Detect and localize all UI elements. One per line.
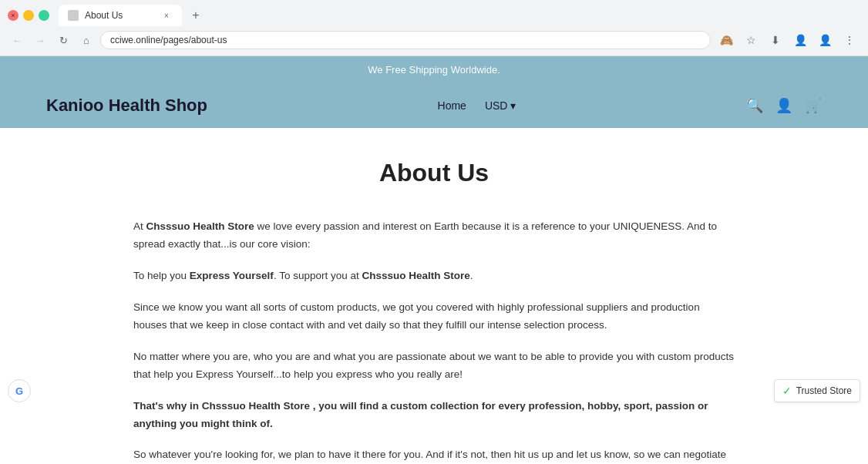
paragraph-4: No matter where you are, who you are and… bbox=[133, 348, 735, 384]
title-bar: × About Us × + bbox=[0, 0, 868, 26]
google-logo: G bbox=[8, 379, 31, 402]
tab-close-button[interactable]: × bbox=[160, 9, 173, 22]
forward-button[interactable]: → bbox=[31, 31, 49, 49]
paragraph-6: So whatever you're looking for, we plan … bbox=[133, 446, 735, 464]
announcement-bar: We Free Shipping Worldwide. bbox=[0, 56, 868, 83]
announcement-text: We Free Shipping Worldwide. bbox=[368, 64, 500, 76]
brand-name-3: Chsssuo Health Store bbox=[202, 400, 310, 412]
header-icons: 🔍 👤 🛒 bbox=[746, 97, 822, 114]
trusted-store-label: Trusted Store bbox=[796, 385, 852, 396]
currency-arrow-icon: ▾ bbox=[510, 99, 516, 112]
browser-chrome: × About Us × + ← → ↻ ⌂ cciwe.online/page… bbox=[0, 0, 868, 56]
currency-label: USD bbox=[485, 99, 508, 112]
paragraph-2: To help you Express Yourself. To support… bbox=[133, 267, 735, 285]
address-bar[interactable]: cciwe.online/pages/about-us bbox=[100, 31, 711, 49]
site-nav: Home USD ▾ bbox=[438, 99, 516, 112]
highlight-express: Express Yourself bbox=[190, 270, 274, 281]
brand-name-1: Chsssuo Health Store bbox=[146, 220, 254, 232]
nav-home-link[interactable]: Home bbox=[438, 99, 466, 112]
currency-selector[interactable]: USD ▾ bbox=[485, 99, 516, 112]
maximize-window-button[interactable] bbox=[39, 10, 49, 21]
tab-favicon bbox=[68, 10, 79, 21]
reload-button[interactable]: ↻ bbox=[54, 31, 72, 49]
active-tab[interactable]: About Us × bbox=[59, 5, 182, 26]
close-window-button[interactable]: × bbox=[8, 10, 19, 21]
back-button[interactable]: ← bbox=[8, 31, 26, 49]
paragraph-1: At Chsssuo Health Store we love every pa… bbox=[133, 218, 735, 254]
window-controls: × bbox=[6, 10, 49, 21]
google-g-letter: G bbox=[15, 385, 23, 397]
google-logo-area: G bbox=[8, 379, 31, 402]
eye-off-icon[interactable]: 🙈 bbox=[715, 29, 737, 51]
trusted-check-icon: ✓ bbox=[782, 385, 792, 397]
page-content: We Free Shipping Worldwide. Kanioo Healt… bbox=[0, 56, 868, 464]
account-icon[interactable]: 👤 bbox=[775, 97, 792, 114]
search-icon[interactable]: 🔍 bbox=[746, 97, 763, 114]
home-button[interactable]: ⌂ bbox=[77, 31, 96, 49]
main-content: About Us At Chsssuo Health Store we love… bbox=[87, 128, 781, 464]
brand-name-2: Chsssuo Health Store bbox=[362, 270, 469, 281]
user-icon[interactable]: 👤 bbox=[789, 29, 811, 51]
site-logo[interactable]: Kanioo Health Shop bbox=[46, 96, 207, 116]
site-header: Kanioo Health Shop Home USD ▾ 🔍 👤 🛒 bbox=[0, 83, 868, 128]
toolbar-icons: 🙈 ☆ ⬇ 👤 👤 ⋮ bbox=[715, 29, 860, 51]
browser-toolbar: ← → ↻ ⌂ cciwe.online/pages/about-us 🙈 ☆ … bbox=[0, 26, 868, 55]
more-options-icon[interactable]: ⋮ bbox=[839, 29, 860, 51]
profile-icon[interactable]: 👤 bbox=[814, 29, 836, 51]
bookmark-icon[interactable]: ☆ bbox=[740, 29, 762, 51]
download-icon[interactable]: ⬇ bbox=[765, 29, 786, 51]
paragraph-5: That's why in Chsssuo Health Store , you… bbox=[133, 398, 735, 433]
page-title: About Us bbox=[133, 159, 735, 187]
tab-title: About Us bbox=[85, 10, 154, 21]
cart-icon[interactable]: 🛒 bbox=[805, 97, 822, 114]
new-tab-button[interactable]: + bbox=[185, 5, 207, 26]
address-text: cciwe.online/pages/about-us bbox=[110, 35, 701, 45]
paragraph-3: Since we know you want all sorts of cust… bbox=[133, 299, 735, 335]
minimize-window-button[interactable] bbox=[23, 10, 34, 21]
trusted-store-badge: ✓ Trusted Store bbox=[774, 379, 860, 402]
